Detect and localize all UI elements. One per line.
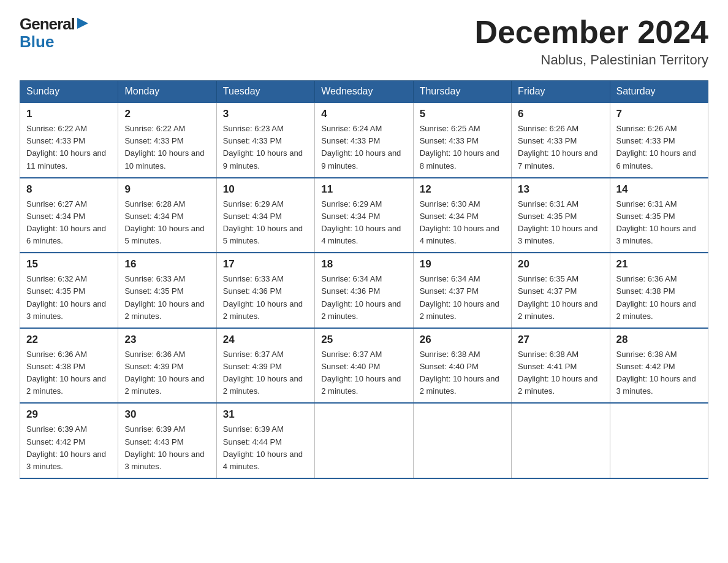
day-number: 27 (518, 334, 603, 346)
table-row: 31 Sunrise: 6:39 AM Sunset: 4:44 PM Dayl… (216, 403, 314, 478)
table-row: 26 Sunrise: 6:38 AM Sunset: 4:40 PM Dayl… (413, 328, 511, 404)
sunset-label: Sunset: 4:33 PM (223, 136, 282, 145)
sunset-label: Sunset: 4:37 PM (518, 286, 577, 296)
sunrise-label: Sunrise: 6:39 AM (223, 424, 284, 434)
table-row: 28 Sunrise: 6:38 AM Sunset: 4:42 PM Dayl… (610, 328, 708, 404)
day-info: Sunrise: 6:33 AM Sunset: 4:35 PM Dayligh… (124, 273, 210, 323)
table-row: 22 Sunrise: 6:36 AM Sunset: 4:38 PM Dayl… (20, 328, 118, 404)
sunrise-label: Sunrise: 6:38 AM (420, 350, 480, 359)
table-row: 7 Sunrise: 6:26 AM Sunset: 4:33 PM Dayli… (610, 102, 708, 178)
daylight-label: Daylight: 10 hours and 3 minutes. (26, 299, 106, 321)
day-number: 20 (518, 258, 603, 270)
table-row: 10 Sunrise: 6:29 AM Sunset: 4:34 PM Dayl… (216, 178, 314, 253)
table-row: 19 Sunrise: 6:34 AM Sunset: 4:37 PM Dayl… (413, 253, 511, 328)
sunset-label: Sunset: 4:34 PM (223, 212, 282, 221)
table-row: 25 Sunrise: 6:37 AM Sunset: 4:40 PM Dayl… (315, 328, 413, 404)
table-row: 5 Sunrise: 6:25 AM Sunset: 4:33 PM Dayli… (413, 102, 511, 178)
calendar-table: Sunday Monday Tuesday Wednesday Thursday… (20, 80, 708, 479)
day-number: 18 (321, 258, 406, 270)
day-number: 26 (420, 334, 505, 346)
sunset-label: Sunset: 4:36 PM (223, 286, 282, 296)
sunrise-label: Sunrise: 6:36 AM (124, 350, 185, 359)
col-friday: Friday (512, 81, 610, 103)
sunset-label: Sunset: 4:39 PM (223, 362, 282, 371)
sunrise-label: Sunrise: 6:28 AM (124, 199, 185, 209)
day-info: Sunrise: 6:36 AM Sunset: 4:38 PM Dayligh… (26, 348, 112, 398)
sunrise-label: Sunrise: 6:33 AM (223, 274, 284, 283)
table-row: 16 Sunrise: 6:33 AM Sunset: 4:35 PM Dayl… (118, 253, 216, 328)
daylight-label: Daylight: 10 hours and 3 minutes. (518, 224, 597, 245)
table-row: 21 Sunrise: 6:36 AM Sunset: 4:38 PM Dayl… (610, 253, 708, 328)
sunset-label: Sunset: 4:41 PM (518, 362, 577, 371)
day-info: Sunrise: 6:31 AM Sunset: 4:35 PM Dayligh… (518, 198, 603, 248)
calendar-week-row: 29 Sunrise: 6:39 AM Sunset: 4:42 PM Dayl… (20, 403, 708, 478)
day-number: 9 (124, 183, 210, 196)
sunrise-label: Sunrise: 6:29 AM (321, 199, 382, 209)
table-row: 17 Sunrise: 6:33 AM Sunset: 4:36 PM Dayl… (216, 253, 314, 328)
daylight-label: Daylight: 10 hours and 11 minutes. (26, 148, 106, 170)
sunset-label: Sunset: 4:38 PM (616, 286, 675, 296)
day-info: Sunrise: 6:36 AM Sunset: 4:39 PM Dayligh… (124, 348, 210, 398)
sunset-label: Sunset: 4:34 PM (124, 212, 183, 221)
day-number: 11 (321, 183, 406, 196)
day-info: Sunrise: 6:25 AM Sunset: 4:33 PM Dayligh… (420, 123, 505, 172)
day-number: 16 (124, 258, 210, 270)
svg-marker-0 (77, 18, 88, 29)
sunrise-label: Sunrise: 6:31 AM (616, 199, 677, 209)
daylight-label: Daylight: 10 hours and 2 minutes. (321, 374, 401, 396)
sunrise-label: Sunrise: 6:23 AM (223, 124, 284, 133)
table-row: 23 Sunrise: 6:36 AM Sunset: 4:39 PM Dayl… (118, 328, 216, 404)
day-info: Sunrise: 6:26 AM Sunset: 4:33 PM Dayligh… (616, 123, 702, 172)
day-info: Sunrise: 6:27 AM Sunset: 4:34 PM Dayligh… (26, 198, 112, 248)
table-row: 11 Sunrise: 6:29 AM Sunset: 4:34 PM Dayl… (315, 178, 413, 253)
sunset-label: Sunset: 4:35 PM (124, 286, 183, 296)
sunrise-label: Sunrise: 6:36 AM (616, 274, 677, 283)
sunset-label: Sunset: 4:35 PM (26, 286, 85, 296)
table-row: 29 Sunrise: 6:39 AM Sunset: 4:42 PM Dayl… (20, 403, 118, 478)
col-thursday: Thursday (413, 81, 511, 103)
sunrise-label: Sunrise: 6:37 AM (321, 350, 382, 359)
day-info: Sunrise: 6:36 AM Sunset: 4:38 PM Dayligh… (616, 273, 702, 323)
sunrise-label: Sunrise: 6:26 AM (616, 124, 677, 133)
day-info: Sunrise: 6:34 AM Sunset: 4:37 PM Dayligh… (420, 273, 505, 323)
table-row: 9 Sunrise: 6:28 AM Sunset: 4:34 PM Dayli… (118, 178, 216, 253)
day-number: 4 (321, 108, 406, 120)
day-number: 24 (223, 334, 308, 346)
daylight-label: Daylight: 10 hours and 2 minutes. (518, 299, 597, 321)
daylight-label: Daylight: 10 hours and 2 minutes. (518, 374, 597, 396)
sunset-label: Sunset: 4:38 PM (26, 362, 85, 371)
table-row (512, 403, 610, 478)
table-row: 8 Sunrise: 6:27 AM Sunset: 4:34 PM Dayli… (20, 178, 118, 253)
table-row: 13 Sunrise: 6:31 AM Sunset: 4:35 PM Dayl… (512, 178, 610, 253)
daylight-label: Daylight: 10 hours and 7 minutes. (518, 148, 597, 170)
month-title: December 2024 (474, 15, 708, 50)
sunrise-label: Sunrise: 6:24 AM (321, 124, 382, 133)
page-header: General Blue December 2024 Nablus, Pales… (20, 15, 708, 68)
daylight-label: Daylight: 10 hours and 2 minutes. (420, 374, 499, 396)
day-info: Sunrise: 6:23 AM Sunset: 4:33 PM Dayligh… (223, 123, 308, 172)
daylight-label: Daylight: 10 hours and 5 minutes. (124, 224, 204, 245)
day-number: 30 (124, 408, 210, 421)
table-row: 30 Sunrise: 6:39 AM Sunset: 4:43 PM Dayl… (118, 403, 216, 478)
day-info: Sunrise: 6:30 AM Sunset: 4:34 PM Dayligh… (420, 198, 505, 248)
logo-text-general: General (20, 15, 75, 34)
day-number: 5 (420, 108, 505, 120)
daylight-label: Daylight: 10 hours and 10 minutes. (124, 148, 204, 170)
sunset-label: Sunset: 4:33 PM (616, 136, 675, 145)
day-info: Sunrise: 6:26 AM Sunset: 4:33 PM Dayligh… (518, 123, 603, 172)
day-number: 14 (616, 183, 702, 196)
sunset-label: Sunset: 4:40 PM (321, 362, 380, 371)
day-info: Sunrise: 6:31 AM Sunset: 4:35 PM Dayligh… (616, 198, 702, 248)
daylight-label: Daylight: 10 hours and 2 minutes. (26, 374, 106, 396)
day-info: Sunrise: 6:24 AM Sunset: 4:33 PM Dayligh… (321, 123, 406, 172)
day-info: Sunrise: 6:38 AM Sunset: 4:40 PM Dayligh… (420, 348, 505, 398)
sunrise-label: Sunrise: 6:26 AM (518, 124, 578, 133)
table-row: 12 Sunrise: 6:30 AM Sunset: 4:34 PM Dayl… (413, 178, 511, 253)
sunset-label: Sunset: 4:33 PM (420, 136, 479, 145)
sunset-label: Sunset: 4:39 PM (124, 362, 183, 371)
day-info: Sunrise: 6:38 AM Sunset: 4:42 PM Dayligh… (616, 348, 702, 398)
sunrise-label: Sunrise: 6:34 AM (420, 274, 480, 283)
calendar-header-row: Sunday Monday Tuesday Wednesday Thursday… (20, 81, 708, 103)
sunset-label: Sunset: 4:33 PM (321, 136, 380, 145)
day-info: Sunrise: 6:37 AM Sunset: 4:40 PM Dayligh… (321, 348, 406, 398)
